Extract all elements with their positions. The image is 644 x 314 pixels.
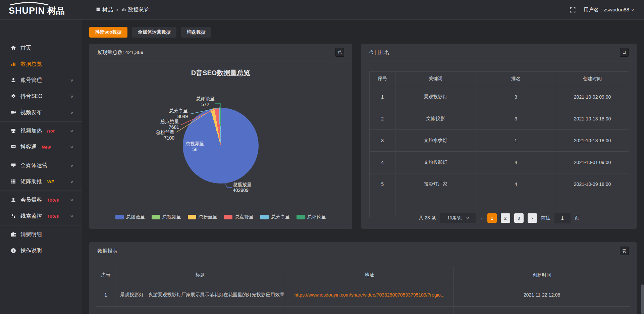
question-circle-icon: ? <box>10 248 16 254</box>
goto-label: 前往 <box>541 215 550 221</box>
cell-index: 2 <box>370 108 395 130</box>
cell-title: 景观投影灯，夜游景观投影灯厂家展示展示落花灯在花园里的灯光投影应用效果 # <box>115 283 285 307</box>
sidebar-item-lead-monitor[interactable]: 线索监控 Tools ∨ <box>0 208 82 224</box>
page-button-3[interactable]: 3 <box>514 213 524 223</box>
top-header: SHUPIN树品 树品 > 数据总览 <box>0 0 644 20</box>
hot-badge: Hot <box>47 128 55 134</box>
table-row: 3 文旅水纹灯 1 2021-10-13 18:00 <box>370 130 629 152</box>
sidebar-item-douketong[interactable]: 抖客通 New ∨ <box>0 139 82 155</box>
goto-page-input[interactable] <box>554 213 571 223</box>
next-page-button[interactable]: › <box>528 213 537 223</box>
cell-rank: 4 <box>476 173 556 195</box>
total-mode-button[interactable]: 总 <box>335 48 344 57</box>
chat-bubble-icon <box>10 144 16 150</box>
sidebar-divider <box>0 156 82 156</box>
bar-chart-icon <box>10 61 16 67</box>
legend-item-shares[interactable]: 总分享量 <box>260 214 290 220</box>
sidebar-item-member-burst[interactable]: 会员爆客 Tools ∨ <box>0 192 82 208</box>
sidebar-item-label: 抖音SEO <box>20 93 43 100</box>
sidebar-item-spending-detail[interactable]: 消费明细 <box>0 226 82 243</box>
rank-col-rank: 排名 <box>476 72 556 86</box>
legend-item-comments[interactable]: 总评论量 <box>297 214 326 220</box>
prev-page-button[interactable]: ‹ <box>480 215 483 221</box>
cell-keyword: 投影灯厂家 <box>395 173 476 195</box>
vertical-scrollbar[interactable] <box>641 284 644 314</box>
legend-item-likes[interactable]: 总点赞量 <box>224 214 254 220</box>
pie-label-fans: 总粉丝量 7100 <box>140 129 174 141</box>
page-button-2[interactable]: 2 <box>501 213 510 223</box>
legend-item-fans[interactable]: 总粉丝量 <box>188 214 217 220</box>
page-size-select[interactable]: 10条/页 ∨ <box>440 213 476 223</box>
seo-chart-panel: 展现量总数: 421,369 总 D音SEO数据量总览 总评论量 572 总分享… <box>89 44 352 229</box>
sidebar-item-omnimedia[interactable]: 全媒体运营 ∨ <box>0 157 82 173</box>
cell-keyword: 文旅水纹灯 <box>395 130 476 152</box>
sidebar-item-label: 视频发布 <box>20 109 42 116</box>
chevron-down-icon: ∨ <box>70 129 74 133</box>
pie-label-name: 总视频量 <box>184 141 206 147</box>
report-panel-header: 数据报表 表 <box>89 242 637 260</box>
day-mode-button[interactable]: 日 <box>620 48 629 57</box>
pie-label-name: 总粉丝量 <box>140 129 174 135</box>
logo-text-en: SHUPIN <box>9 6 45 16</box>
rank-table-wrap: 序号 关键词 排名 创建时间 1 景观投影灯 3 2021-10-02 09:0… <box>369 71 629 217</box>
cell-index: 1 <box>370 86 395 108</box>
breadcrumb-current[interactable]: 数据总览 <box>122 6 150 13</box>
chevron-down-icon: ∨ <box>70 163 74 168</box>
chevron-down-icon: ∨ <box>70 110 74 115</box>
chevron-down-icon: ∨ <box>70 179 74 184</box>
page-button-1[interactable]: 1 <box>487 213 497 223</box>
video-link[interactable]: https://www.iesdouyin.com/share/video/70… <box>294 292 445 298</box>
table-row: 1 景观投影灯 3 2021-10-02 09:00 <box>370 86 629 108</box>
legend-item-plays[interactable]: 总播放量 <box>115 214 145 220</box>
pagination: 共 23 条 10条/页 ∨ ‹ 1 2 3 › 前往 页 <box>361 213 637 223</box>
sidebar-item-label: 消费明细 <box>20 231 42 238</box>
cell-created: 2021-10-01 09:00 <box>556 152 629 173</box>
pie-label-comments: 总评论量 572 <box>188 96 223 107</box>
sidebar-item-label: 视频加热 <box>20 127 42 135</box>
legend-label: 总粉丝量 <box>199 214 217 220</box>
breadcrumb-root[interactable]: 树品 <box>96 6 113 13</box>
cell-keyword: 文旅投影 <box>395 108 476 130</box>
table-row: 5 投影灯厂家 4 2021-10-09 18:00 <box>370 173 629 195</box>
sidebar-item-label: 线索监控 <box>20 213 42 220</box>
sidebar-item-matrix-boost[interactable]: 矩阵助推 VIP ∨ <box>0 173 82 190</box>
sidebar-divider <box>0 225 82 225</box>
sidebar-item-video-heat[interactable]: 视频加热 Hot ∨ <box>0 123 82 139</box>
rank-panel-title: 今日排名 <box>369 49 389 56</box>
chevron-down-icon: ∨ <box>70 198 74 202</box>
cell-created: 2021-10-13 18:00 <box>556 108 629 130</box>
sidebar-item-home[interactable]: 首页 <box>0 40 82 56</box>
table-mode-button[interactable]: 表 <box>620 247 629 255</box>
table-row: 2 文旅投影 3 2021-10-13 18:00 <box>370 108 629 130</box>
table-row-partial <box>96 307 630 314</box>
chevron-down-icon: ∨ <box>70 78 74 83</box>
rank-col-created: 创建时间 <box>556 72 629 86</box>
tab-inquiry[interactable]: 询盘数据 <box>181 27 211 38</box>
sidebar-item-label: 全媒体运营 <box>20 162 47 169</box>
cell-created: 2021-11-22 12:08 <box>454 283 630 307</box>
user-dropdown[interactable]: 用户名：zswodun88 ∨ <box>584 7 634 13</box>
brand-logo: SHUPIN树品 <box>9 0 82 19</box>
appstore-icon <box>96 7 100 13</box>
sidebar-item-label: 会员爆客 <box>20 197 42 204</box>
chevron-down-icon: ∨ <box>70 94 74 99</box>
report-col-url: 地址 <box>285 267 454 283</box>
breadcrumb-separator: > <box>116 7 119 12</box>
pie-label-value: 402909 <box>233 188 270 193</box>
tab-omnimedia[interactable]: 全媒体运营数据 <box>132 27 176 38</box>
chart-legend: 总播放量 总视频量 总粉丝量 总点赞量 总分享量 <box>89 214 352 220</box>
sidebar-item-help[interactable]: ? 操作说明 <box>0 243 82 259</box>
tab-douyin-seo[interactable]: 抖音seo数据 <box>89 27 127 38</box>
sidebar-item-douyin-seo[interactable]: 抖音SEO ∨ <box>0 88 82 104</box>
sidebar-item-label: 数据总览 <box>20 61 42 68</box>
rank-col-index: 序号 <box>370 72 395 86</box>
sidebar-item-video-publish[interactable]: 视频发布 ∨ <box>0 104 82 120</box>
today-rank-panel: 今日排名 日 序号 关键词 排名 创建时间 1 景观投影灯 <box>361 44 637 229</box>
report-col-title: 标题 <box>115 267 285 283</box>
legend-item-videos[interactable]: 总视频量 <box>152 214 181 220</box>
sidebar-item-data-overview[interactable]: 数据总览 <box>0 56 82 72</box>
sidebar-item-label: 矩阵助推 <box>20 178 42 185</box>
cell-index: 5 <box>370 173 395 195</box>
sidebar-item-account[interactable]: 账号管理 ∨ <box>0 72 82 88</box>
fullscreen-icon[interactable] <box>570 7 576 13</box>
